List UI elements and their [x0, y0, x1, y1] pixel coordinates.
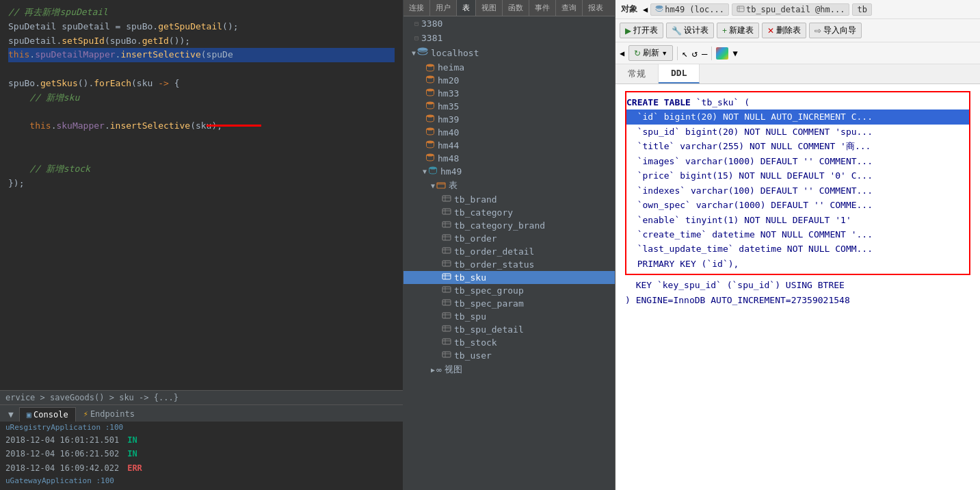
- svg-rect-42: [442, 326, 451, 331]
- tab-table[interactable]: 表: [457, 0, 476, 16]
- code-line: [8, 105, 395, 120]
- tab-function[interactable]: 函数: [503, 0, 529, 16]
- tree-item-hm39[interactable]: hm39: [403, 113, 615, 126]
- breadcrumb-tb[interactable]: tb: [852, 3, 871, 16]
- tab-event[interactable]: 事件: [529, 0, 556, 16]
- server-icon: ⊟: [414, 20, 419, 27]
- code-lines: // 再去新增spuDetail SpuDetail spuDetail = s…: [8, 5, 395, 190]
- tree-item-tb-user[interactable]: tb_user: [403, 349, 615, 362]
- log-level: IN: [127, 433, 137, 447]
- tree-item-tb-sku[interactable]: tb_sku: [403, 271, 615, 284]
- db-tree-panel: 连接 用户 表 视图 函数 事件 查询 报表 ⊟ 3380 ⊟ 3381 ▼: [403, 0, 615, 490]
- tree-item-tb-spec-group[interactable]: tb_spec_group: [403, 284, 615, 297]
- import-wizard-button[interactable]: ⇨ 导入向导: [809, 23, 862, 38]
- sql-line-engine: ) ENGINE=InnoDB AUTO_INCREMENT=273590215…: [625, 293, 970, 307]
- chevron-down-icon-3: ▼: [431, 182, 435, 190]
- code-line: this.skuMapper.insertSelective(sku);: [8, 119, 395, 162]
- db-tree-scroll[interactable]: ⊟ 3380 ⊟ 3381 ▼ localhost heima: [403, 16, 615, 490]
- cursor-tool-icon[interactable]: ↖: [682, 48, 687, 59]
- svg-rect-39: [442, 313, 451, 318]
- palette-dropdown-icon[interactable]: ▼: [732, 49, 737, 58]
- tab-report[interactable]: 报表: [583, 0, 609, 16]
- tree-item-hm33[interactable]: hm33: [403, 87, 615, 100]
- svg-rect-48: [442, 352, 451, 357]
- table-icon-10: [442, 324, 451, 335]
- log-time: 2018-12-04 16:06:21.502: [5, 447, 119, 461]
- table-icon-6: [442, 259, 451, 270]
- tree-item-tb-spu-detail[interactable]: tb_spu_detail: [403, 323, 615, 336]
- log-entry-1: 2018-12-04 16:01:21.501 IN: [5, 433, 397, 447]
- table-icon-11: [442, 337, 451, 348]
- log-level: IN: [127, 447, 137, 461]
- delete-table-button[interactable]: ✕ 删除表: [762, 23, 806, 38]
- tree-item-hm48[interactable]: hm48: [403, 152, 615, 165]
- log-time: 2018-12-04 16:09:42.022: [5, 461, 119, 475]
- tree-item-tb-spec-param[interactable]: tb_spec_param: [403, 297, 615, 310]
- tree-item-tb-stock[interactable]: tb_stock: [403, 336, 615, 349]
- left-arrow-btn[interactable]: ◀: [620, 49, 624, 58]
- sql-main-toolbar: ▶ 打开表 🔧 设计表 + 新建表 ✕ 删除表 ⇨ 导入向导: [615, 19, 980, 42]
- code-line: spuBo.getSkus().forEach(sku -> {: [8, 77, 395, 91]
- tree-item-localhost[interactable]: ▼ localhost: [403, 45, 615, 61]
- tree-item-heima[interactable]: heima: [403, 61, 615, 74]
- color-palette-icon[interactable]: [716, 47, 728, 60]
- tab-endpoints[interactable]: ⚡ Endpoints: [76, 407, 142, 422]
- tree-item-hm40[interactable]: hm40: [403, 126, 615, 139]
- tree-item-tb-category-brand[interactable]: tb_category_brand: [403, 219, 615, 232]
- rotate-icon[interactable]: ↺: [692, 48, 698, 59]
- back-icon: ◀: [643, 5, 648, 14]
- delete-icon: ✕: [767, 26, 774, 36]
- tree-item-tb-order-status[interactable]: tb_order_status: [403, 258, 615, 271]
- new-table-button[interactable]: + 新建表: [717, 23, 759, 38]
- svg-rect-52: [737, 6, 744, 12]
- sql-line-key: KEY `key_spu_id` (`spu_id`) USING BTREE: [625, 278, 970, 292]
- tree-item-tb-brand[interactable]: tb_brand: [403, 193, 615, 206]
- tree-item-tables-folder[interactable]: ▼ 表: [403, 178, 615, 193]
- svg-rect-45: [442, 339, 451, 344]
- tab-connection[interactable]: 连接: [403, 0, 430, 16]
- dash-icon[interactable]: —: [702, 48, 707, 59]
- svg-point-8: [427, 154, 434, 157]
- console-icon: ▣: [27, 410, 31, 420]
- sql-content-area[interactable]: CREATE TABLE `tb_sku` ( `id` bigint(20) …: [615, 84, 980, 490]
- tree-item-hm49[interactable]: ▼ hm49: [403, 165, 615, 178]
- tree-item-tb-order[interactable]: tb_order: [403, 232, 615, 245]
- tree-item-views-folder[interactable]: ▶ ∞ 视图: [403, 362, 615, 377]
- tree-item-tb-spu[interactable]: tb_spu: [403, 310, 615, 323]
- svg-rect-36: [442, 300, 451, 305]
- tree-item-hm20[interactable]: hm20: [403, 74, 615, 87]
- tree-item-tb-order-detail[interactable]: tb_order_detail: [403, 245, 615, 258]
- tab-query[interactable]: 查询: [556, 0, 583, 16]
- tab-user[interactable]: 用户: [430, 0, 457, 16]
- schema-icon-2: [425, 75, 435, 86]
- svg-rect-33: [442, 287, 451, 292]
- sql-line-createtime: `create_time` datetime NOT NULL COMMENT …: [626, 227, 969, 242]
- tree-item-hm44[interactable]: hm44: [403, 139, 615, 152]
- table-icon: [442, 194, 451, 205]
- tree-item-3381[interactable]: ⊟ 3381: [403, 31, 615, 45]
- server-icon-2: ⊟: [414, 34, 419, 42]
- refresh-button[interactable]: ↻ 刷新 ▼: [628, 45, 673, 61]
- tree-item-tb-category[interactable]: tb_category: [403, 206, 615, 219]
- svg-point-6: [427, 128, 434, 131]
- tab-console[interactable]: ▣ Console: [19, 407, 76, 422]
- design-table-button[interactable]: 🔧 设计表: [666, 23, 714, 38]
- code-editor: // 再去新增spuDetail SpuDetail spuDetail = s…: [0, 0, 403, 490]
- tree-item-3380[interactable]: ⊟ 3380: [403, 16, 615, 31]
- open-table-button[interactable]: ▶ 打开表: [620, 23, 663, 38]
- table-icon-selected: [442, 272, 451, 283]
- sql-highlight-box: CREATE TABLE `tb_sku` ( `id` bigint(20) …: [625, 91, 970, 275]
- svg-rect-18: [442, 222, 451, 227]
- breadcrumb-spu-detail[interactable]: tb_spu_detail @hm...: [732, 3, 850, 16]
- tree-item-hm35[interactable]: hm35: [403, 100, 615, 113]
- db-small-icon: [655, 5, 663, 14]
- tab-view[interactable]: 视图: [476, 0, 503, 16]
- tab-ddl[interactable]: DDL: [659, 64, 700, 83]
- sql-panel: 对象 ◀ hm49 (loc... tb_spu_detail @hm... t…: [615, 0, 980, 490]
- filter-button[interactable]: ▼: [3, 408, 19, 421]
- tab-regular[interactable]: 常规: [615, 64, 659, 83]
- sql-line-indexes: `indexes` varchar(100) DEFAULT '' COMMEN…: [626, 183, 969, 198]
- svg-rect-12: [442, 196, 451, 201]
- breadcrumb-hm49[interactable]: hm49 (loc...: [650, 3, 729, 16]
- code-line: });: [8, 177, 395, 191]
